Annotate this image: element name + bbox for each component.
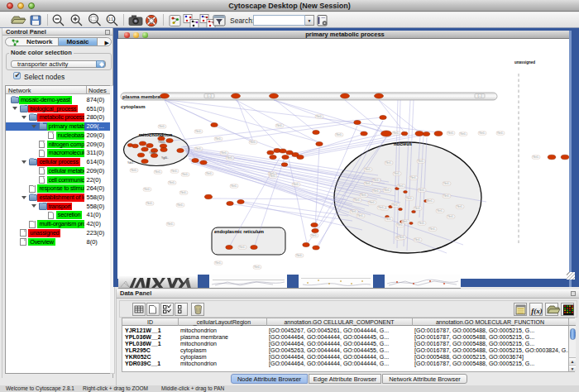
svg-text:Ybr0..: Ybr0..	[167, 222, 175, 226]
svg-text:Ybr0..: Ybr0..	[406, 197, 414, 200]
svg-text:Ybr0..: Ybr0..	[180, 191, 188, 194]
svg-text:Ybr0..: Ybr0..	[316, 115, 323, 118]
svg-text:Ybr0..: Ybr0..	[447, 215, 455, 218]
svg-text:Ygl0..: Ygl0..	[161, 156, 169, 160]
svg-text:Ybr0..: Ybr0..	[392, 203, 400, 207]
svg-text:Ybr0..: Ybr0..	[399, 236, 406, 239]
svg-text:Ybr0..: Ybr0..	[351, 210, 358, 213]
svg-text:Ybr0..: Ybr0..	[410, 176, 418, 179]
svg-text:Ybr0..: Ybr0..	[398, 184, 405, 188]
svg-text:Ybr0..: Ybr0..	[354, 198, 361, 202]
svg-text:Ybr0..: Ybr0..	[447, 131, 455, 135]
svg-text:Ybr0..: Ybr0..	[254, 265, 261, 269]
svg-text:Ybr0..: Ybr0..	[206, 172, 213, 175]
svg-text:Ybr0..: Ybr0..	[215, 261, 223, 265]
svg-text:Ybr0..: Ybr0..	[365, 182, 372, 185]
svg-text:Ybr0..: Ybr0..	[311, 234, 318, 237]
svg-text:Ybr0..: Ybr0..	[357, 214, 365, 218]
svg-text:Ybr0..: Ybr0..	[155, 170, 162, 174]
svg-text:Ybr0..: Ybr0..	[239, 246, 246, 249]
svg-text:Ybr0..: Ybr0..	[169, 181, 176, 184]
svg-text:Ybr0..: Ybr0..	[221, 151, 228, 155]
svg-text:Ybr0..: Ybr0..	[361, 194, 368, 197]
svg-text:Ybr0..: Ybr0..	[384, 189, 391, 192]
svg-text:Ybr0..: Ybr0..	[146, 202, 154, 205]
svg-text:Ybr0..: Ybr0..	[457, 205, 464, 208]
svg-text:Ybr0..: Ybr0..	[131, 169, 138, 172]
svg-text:Ybr0..: Ybr0..	[296, 254, 304, 257]
svg-text:Ybr0..: Ybr0..	[419, 222, 426, 225]
svg-text:Ybr0..: Ybr0..	[429, 227, 437, 231]
svg-text:Ybr0..: Ybr0..	[393, 131, 400, 135]
svg-text:Ybr0..: Ybr0..	[378, 206, 385, 209]
svg-text:1:1: 1:1	[108, 17, 114, 22]
svg-text:unassigned: unassigned	[514, 60, 535, 65]
svg-text:Ybr0..: Ybr0..	[227, 156, 234, 160]
svg-text:Ybr0..: Ybr0..	[177, 203, 184, 207]
svg-text:Ybr0..: Ybr0..	[182, 173, 189, 176]
svg-text:Ybr0..: Ybr0..	[159, 125, 166, 128]
svg-text:Ybr0..: Ybr0..	[414, 238, 422, 241]
svg-text:cytoplasm: cytoplasm	[121, 104, 146, 109]
svg-text:endoplasmic reticulum: endoplasmic reticulum	[214, 229, 264, 234]
svg-text:Ybr0..: Ybr0..	[250, 141, 257, 144]
svg-text:Ybr0..: Ybr0..	[419, 189, 426, 192]
svg-text:Ybr0..: Ybr0..	[276, 124, 284, 127]
svg-text:f(x): f(x)	[531, 307, 543, 315]
svg-text:nucleus: nucleus	[394, 141, 412, 146]
svg-text:Ybr0..: Ybr0..	[336, 133, 343, 136]
svg-text:Ybr0..: Ybr0..	[385, 218, 393, 221]
svg-text:(...): (...)	[207, 94, 211, 98]
svg-text:Ybr0..: Ybr0..	[394, 172, 401, 175]
svg-text:Ybr0..: Ybr0..	[497, 131, 505, 135]
svg-text:Ybr0..: Ybr0..	[171, 170, 179, 173]
svg-text:Ybr0..: Ybr0..	[414, 207, 422, 210]
svg-text:Ybr0..: Ybr0..	[385, 161, 393, 165]
svg-text:Ybr0..: Ybr0..	[369, 201, 376, 204]
svg-text:Ybr0..: Ybr0..	[293, 183, 300, 186]
svg-text:Ybr0..: Ybr0..	[144, 188, 151, 191]
svg-text:Ybr2..: Ybr2..	[149, 151, 156, 155]
svg-text:Ydr2..: Ydr2..	[127, 161, 135, 165]
svg-text:Ybr0..: Ybr0..	[397, 223, 404, 227]
svg-text:Ybr0..: Ybr0..	[231, 184, 238, 188]
svg-text:Ybr0..: Ybr0..	[195, 147, 203, 151]
svg-text:Ybr0..: Ybr0..	[270, 174, 277, 178]
svg-text:Ymr0..: Ymr0..	[158, 141, 166, 144]
svg-text:Ybr0..: Ybr0..	[418, 160, 425, 163]
svg-text:Ybr0..: Ybr0..	[427, 199, 434, 203]
svg-text:Ybr0..: Ybr0..	[437, 209, 444, 213]
svg-text:Ybr0..: Ybr0..	[373, 189, 380, 193]
svg-text:Ybr0..: Ybr0..	[443, 182, 451, 185]
svg-text:Ybr0..: Ybr0..	[479, 131, 486, 135]
svg-text:(...): (...)	[477, 94, 481, 98]
svg-text:Ybr0..: Ybr0..	[365, 168, 372, 171]
svg-text:Ybr0..: Ybr0..	[460, 132, 467, 136]
svg-text:Ybr0..: Ybr0..	[195, 130, 203, 133]
svg-text:Ybr0..: Ybr0..	[533, 155, 540, 159]
svg-text:Ybr0..: Ybr0..	[215, 137, 223, 141]
svg-text:mitochondrion: mitochondrion	[139, 132, 173, 137]
svg-text:Ybr0..: Ybr0..	[443, 194, 451, 198]
svg-text:Ybr0..: Ybr0..	[373, 179, 380, 182]
